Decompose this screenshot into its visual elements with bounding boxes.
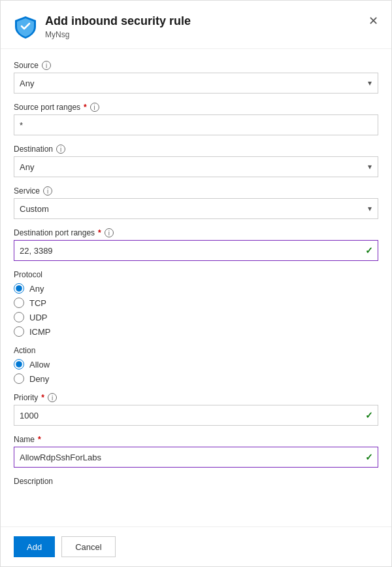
panel-footer: Add Cancel (1, 526, 391, 566)
source-port-info-icon[interactable]: i (90, 103, 99, 112)
description-label: Description (14, 477, 378, 486)
action-allow-radio[interactable] (14, 359, 24, 369)
priority-input[interactable] (14, 405, 378, 426)
protocol-udp-label: UDP (29, 313, 47, 322)
protocol-group: Protocol Any TCP UDP ICMP (14, 270, 378, 337)
service-info-icon[interactable]: i (43, 186, 52, 196)
header-text: Add inbound security rule MyNsg (45, 14, 191, 39)
add-button[interactable]: Add (14, 536, 55, 557)
protocol-any-label: Any (29, 284, 44, 294)
destination-label: Destination i (14, 145, 378, 154)
panel-title: Add inbound security rule (45, 14, 191, 29)
destination-info-icon[interactable]: i (56, 145, 65, 154)
action-allow-item[interactable]: Allow (14, 359, 378, 369)
protocol-icmp-item[interactable]: ICMP (14, 326, 378, 337)
service-select[interactable]: Custom SSH RDP HTTP HTTPS (14, 198, 378, 219)
source-select[interactable]: Any IP Addresses Service Tag Application… (14, 73, 378, 94)
destination-port-check-icon: ✓ (365, 245, 373, 256)
source-label: Source i (14, 61, 378, 70)
destination-port-ranges-input[interactable] (14, 240, 378, 261)
destination-port-ranges-group: Destination port ranges * i ✓ (14, 228, 378, 261)
source-info-icon[interactable]: i (42, 61, 51, 70)
protocol-tcp-radio[interactable] (14, 298, 24, 308)
destination-port-required-indicator: * (98, 228, 101, 237)
action-deny-radio[interactable] (14, 373, 24, 384)
cancel-button[interactable]: Cancel (61, 536, 115, 557)
protocol-tcp-label: TCP (29, 298, 46, 308)
name-group: Name * ✓ (14, 435, 378, 468)
source-port-ranges-input[interactable] (14, 114, 378, 135)
priority-group: Priority * i ✓ (14, 393, 378, 426)
protocol-tcp-item[interactable]: TCP (14, 298, 378, 308)
name-input-wrapper: ✓ (14, 447, 378, 468)
protocol-label: Protocol (14, 270, 378, 279)
name-input[interactable] (14, 447, 378, 468)
source-port-ranges-input-wrapper (14, 114, 378, 135)
priority-info-icon[interactable]: i (48, 393, 57, 402)
source-port-ranges-group: Source port ranges * i (14, 103, 378, 135)
protocol-icmp-label: ICMP (29, 327, 51, 337)
priority-required-indicator: * (41, 393, 44, 402)
service-label: Service i (14, 186, 378, 196)
service-group: Service i Custom SSH RDP HTTP HTTPS ▾ (14, 186, 378, 219)
panel-body: Source i Any IP Addresses Service Tag Ap… (1, 49, 391, 547)
priority-label: Priority * i (14, 393, 378, 402)
protocol-udp-item[interactable]: UDP (14, 312, 378, 322)
action-deny-label: Deny (29, 374, 49, 384)
priority-check-icon: ✓ (365, 410, 373, 421)
protocol-any-radio[interactable] (14, 283, 24, 294)
header-left: Add inbound security rule MyNsg (14, 14, 191, 39)
source-port-required-indicator: * (84, 103, 87, 112)
protocol-icmp-radio[interactable] (14, 326, 24, 337)
close-button[interactable]: ✕ (368, 15, 378, 27)
source-port-ranges-label: Source port ranges * i (14, 103, 378, 112)
protocol-radio-group: Any TCP UDP ICMP (14, 283, 378, 337)
destination-port-info-icon[interactable]: i (105, 228, 114, 237)
service-select-wrapper: Custom SSH RDP HTTP HTTPS ▾ (14, 198, 378, 219)
name-check-icon: ✓ (365, 452, 373, 462)
priority-input-wrapper: ✓ (14, 405, 378, 426)
destination-port-ranges-input-wrapper: ✓ (14, 240, 378, 261)
protocol-any-item[interactable]: Any (14, 283, 378, 294)
action-allow-label: Allow (29, 360, 50, 369)
name-label: Name * (14, 435, 378, 444)
action-deny-item[interactable]: Deny (14, 373, 378, 384)
source-group: Source i Any IP Addresses Service Tag Ap… (14, 61, 378, 94)
name-required-indicator: * (38, 435, 41, 444)
action-label: Action (14, 346, 378, 355)
description-group: Description (14, 477, 378, 486)
source-select-wrapper: Any IP Addresses Service Tag Application… (14, 73, 378, 94)
panel-header: Add inbound security rule MyNsg ✕ (1, 1, 391, 49)
destination-group: Destination i Any IP Addresses Service T… (14, 145, 378, 177)
action-group: Action Allow Deny (14, 346, 378, 384)
add-inbound-security-rule-panel: Add inbound security rule MyNsg ✕ Source… (0, 0, 392, 567)
protocol-udp-radio[interactable] (14, 312, 24, 322)
destination-select-wrapper: Any IP Addresses Service Tag Application… (14, 156, 378, 177)
destination-port-ranges-label: Destination port ranges * i (14, 228, 378, 237)
panel-subtitle: MyNsg (45, 30, 191, 39)
action-radio-group: Allow Deny (14, 359, 378, 384)
destination-select[interactable]: Any IP Addresses Service Tag Application… (14, 156, 378, 177)
shield-icon (14, 15, 37, 39)
